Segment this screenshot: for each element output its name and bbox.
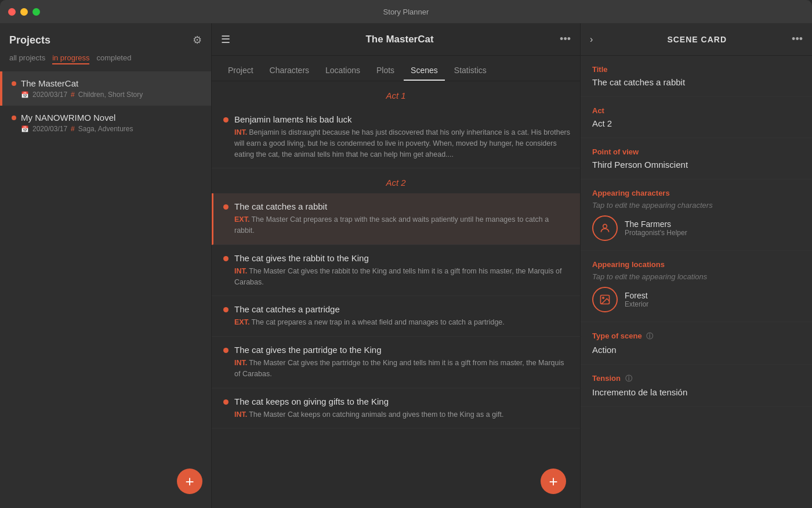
project-dot (12, 81, 16, 86)
nav-tabs: Project Characters Locations Plots Scene… (212, 56, 580, 81)
location-name-forest: Forest (625, 291, 648, 300)
scene-content-rabbit: The cat catches a rabbit EXT.The Master … (234, 201, 571, 236)
minimize-button[interactable] (20, 8, 28, 16)
scene-desc-partridge: EXT.The cat prepares a new trap in a whe… (234, 317, 571, 328)
project-meta-mastercat: 📅 2020/03/17 # Children, Short Story (12, 91, 202, 99)
sidebar-title: Projects (9, 34, 50, 46)
card-tension-value: Incremento de la tensión (592, 387, 800, 397)
character-name-farmers: The Farmers (625, 219, 687, 229)
scene-item-give-partridge[interactable]: The cat gives the partridge to the King … (212, 337, 580, 388)
project-item-nanowrimo[interactable]: My NANOWRIMO Novel 📅 2020/03/17 # Saga, … (0, 106, 211, 140)
card-act-value: Act 2 (592, 118, 800, 128)
location-item-forest[interactable]: Forest Exterior (592, 287, 800, 312)
card-section-act: Act Act 2 (581, 97, 812, 138)
project-dot-2 (12, 116, 16, 120)
location-role-forest: Exterior (625, 300, 648, 308)
scene-dot (223, 117, 229, 123)
hashtag-icon: # (71, 91, 75, 99)
scene-item-give-rabbit[interactable]: The cat gives the rabbit to the King INT… (212, 245, 580, 297)
sidebar-header: Projects ⚙ (0, 23, 211, 53)
close-button[interactable] (8, 8, 16, 16)
card-section-characters: Appearing characters Tap to edit the app… (581, 179, 812, 251)
sidebar-tabs: all projects in progress completed (0, 53, 211, 71)
app-title: Story Planner (383, 8, 429, 16)
svg-point-0 (603, 224, 607, 228)
scene-item-partridge[interactable]: The cat catches a partridge EXT.The cat … (212, 296, 580, 337)
card-section-title: Title The cat catches a rabbit (581, 56, 812, 97)
gear-icon[interactable]: ⚙ (193, 34, 202, 46)
maximize-button[interactable] (32, 8, 40, 16)
card-pov-label: Point of view (592, 147, 800, 156)
type-info-icon: ⓘ (646, 332, 653, 340)
main-header: ☰ The MasterCat ••• (212, 23, 580, 56)
project-name-mastercat: The MasterCat (12, 78, 202, 88)
tab-scenes[interactable]: Scenes (404, 61, 445, 81)
card-characters-hint[interactable]: Tap to edit the appearing characters (592, 201, 800, 210)
scene-title-give-partridge: The cat gives the partridge to the King (234, 345, 571, 355)
tab-project[interactable]: Project (221, 61, 260, 81)
scene-desc-rabbit: EXT.The Master Cat prepares a trap with … (234, 214, 571, 236)
scene-item-keep-giving[interactable]: The cat keeps on giving gifts to the Kin… (212, 388, 580, 429)
add-scene-button[interactable]: + (541, 469, 566, 494)
scene-title-rabbit: The cat catches a rabbit (234, 201, 571, 211)
scene-desc-give-rabbit: INT.The Master Cat gives the rabbit to t… (234, 266, 571, 288)
window-controls (8, 8, 40, 16)
tab-all-projects[interactable]: all projects (9, 53, 45, 64)
act-2-header: Act 2 (212, 168, 580, 193)
hamburger-icon[interactable]: ☰ (221, 33, 230, 46)
scene-title-give-rabbit: The cat gives the rabbit to the King (234, 253, 571, 263)
card-type-value: Action (592, 345, 800, 355)
sidebar: Projects ⚙ all projects in progress comp… (0, 23, 212, 508)
tension-info-icon: ⓘ (625, 374, 632, 383)
card-title-value: The cat catches a rabbit (592, 77, 800, 87)
character-info-farmers: The Farmers Protagonist's Helper (625, 219, 687, 237)
right-panel-header: › SCENE CARD ••• (581, 23, 812, 56)
location-info-forest: Forest Exterior (625, 291, 648, 308)
card-locations-hint[interactable]: Tap to edit the appearing locations (592, 272, 800, 281)
scene-item-benjamin[interactable]: Benjamin laments his bad luck INT.Benjam… (212, 106, 580, 168)
tab-in-progress[interactable]: in progress (52, 53, 89, 64)
right-panel: › SCENE CARD ••• Title The cat catches a… (580, 23, 812, 508)
tab-completed[interactable]: completed (96, 53, 131, 64)
scene-card-header-label: SCENE CARD (602, 35, 792, 44)
card-section-pov: Point of view Third Person Omniscient (581, 138, 812, 179)
scenes-list: Act 1 Benjamin laments his bad luck INT.… (212, 81, 580, 508)
card-tension-label: Tension ⓘ (592, 374, 800, 384)
tab-plots[interactable]: Plots (369, 61, 401, 81)
card-title-label: Title (592, 65, 800, 74)
card-locations-label: Appearing locations (592, 260, 800, 269)
project-meta-nanowrimo: 📅 2020/03/17 # Saga, Adventures (12, 125, 202, 133)
scene-item-rabbit[interactable]: The cat catches a rabbit EXT.The Master … (212, 193, 580, 245)
scene-title-partridge: The cat catches a partridge (234, 304, 571, 314)
card-section-locations: Appearing locations Tap to edit the appe… (581, 251, 812, 322)
projects-list: The MasterCat 📅 2020/03/17 # Children, S… (0, 71, 211, 508)
location-avatar-forest (592, 287, 618, 312)
scene-dot-give-partridge (223, 348, 229, 353)
card-pov-value: Third Person Omniscient (592, 160, 800, 170)
character-role-farmers: Protagonist's Helper (625, 229, 687, 237)
character-item-farmers[interactable]: The Farmers Protagonist's Helper (592, 215, 800, 241)
tab-characters[interactable]: Characters (263, 61, 316, 81)
character-avatar-farmers (592, 215, 618, 241)
scene-dot-give-rabbit (223, 256, 229, 261)
chevron-right-icon[interactable]: › (590, 34, 593, 45)
scene-title-benjamin: Benjamin laments his bad luck (234, 114, 571, 124)
add-project-button[interactable]: + (177, 469, 202, 494)
hashtag-icon-2: # (71, 125, 75, 133)
scene-content-give-partridge: The cat gives the partridge to the King … (234, 345, 571, 380)
tab-statistics[interactable]: Statistics (447, 61, 494, 81)
card-characters-label: Appearing characters (592, 189, 800, 197)
card-type-label: Type of scene ⓘ (592, 332, 800, 341)
scene-desc-keep-giving: INT.The Master Cat keeps on catching ani… (234, 409, 571, 420)
scene-desc-benjamin: INT.Benjamin is distraught because he ha… (234, 127, 571, 160)
scene-card-more-icon[interactable]: ••• (792, 33, 803, 45)
scene-dot-rabbit (223, 204, 229, 210)
svg-point-2 (603, 297, 604, 298)
main-content: ☰ The MasterCat ••• Project Characters L… (212, 23, 580, 508)
more-options-icon[interactable]: ••• (560, 33, 571, 45)
card-section-tension: Tension ⓘ Incremento de la tensión (581, 365, 812, 407)
scene-content-give-rabbit: The cat gives the rabbit to the King INT… (234, 253, 571, 288)
tab-locations[interactable]: Locations (318, 61, 367, 81)
project-item-mastercat[interactable]: The MasterCat 📅 2020/03/17 # Children, S… (0, 71, 211, 106)
scene-desc-give-partridge: INT.The Master Cat gives the partridge t… (234, 358, 571, 380)
